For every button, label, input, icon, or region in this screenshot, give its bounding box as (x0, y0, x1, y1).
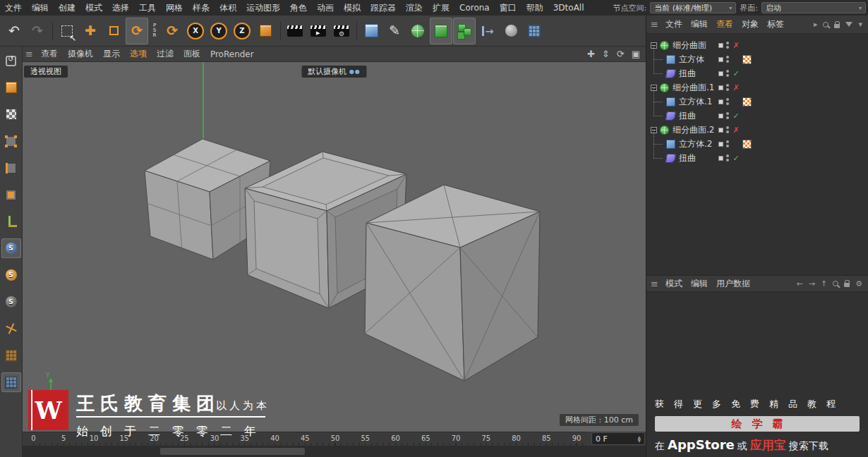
layer-swatch[interactable] (718, 156, 723, 161)
scrollbar-handle[interactable] (160, 448, 305, 455)
object-label[interactable]: 立方体.1 (679, 96, 712, 108)
rotate-tool-icon[interactable]: ⟳ (126, 18, 148, 44)
object-row[interactable]: 立方体 (646, 52, 868, 66)
lock-icon[interactable] (844, 283, 850, 287)
pen-spline-icon[interactable]: ✎ (383, 18, 406, 44)
visibility-dots[interactable] (726, 84, 729, 91)
object-label[interactable]: 扭曲 (679, 68, 696, 80)
frame-spinner[interactable]: ▲▼ (637, 435, 641, 442)
coordinate-system-icon[interactable]: ⟳ (161, 18, 183, 44)
menu-file[interactable]: 文件 (0, 2, 27, 14)
object-label[interactable]: 细分曲面.2 (673, 124, 714, 136)
axis-mode-icon[interactable] (1, 212, 21, 231)
viewport-canvas[interactable]: Y 透视视图 默认摄像机 ●● 网格间距 : 100 cm (23, 62, 646, 432)
chevron-down-icon[interactable]: ▾ (858, 20, 862, 29)
ad-button[interactable]: 绘学霸 (655, 416, 860, 432)
menu-simulate[interactable]: 模拟 (339, 2, 366, 14)
menu-extensions[interactable]: 扩展 (428, 2, 454, 14)
menu-3dtoall[interactable]: 3DtoAll (548, 3, 589, 13)
node-space-dropdown[interactable]: 当前 (标准/物理)▾ (650, 2, 736, 13)
camera-label[interactable]: 默认摄像机 ●● (301, 66, 367, 78)
object-label[interactable]: 立方体 (679, 54, 704, 66)
move-tool-icon[interactable]: ✚ (79, 18, 102, 44)
object-row[interactable]: 细分曲面 (646, 38, 868, 52)
menu-edit[interactable]: 编辑 (27, 2, 54, 14)
layer-swatch[interactable] (718, 57, 723, 62)
am-menu-userdata[interactable]: 用户数据 (712, 278, 754, 290)
vp-menu-view[interactable]: 查看 (36, 48, 63, 60)
filter-icon[interactable] (845, 22, 852, 27)
maximize-view-icon[interactable]: ▣ (632, 49, 640, 59)
zoom-view-icon[interactable]: ⇕ (602, 49, 610, 59)
menu-help[interactable]: 帮助 (522, 2, 548, 14)
object-row[interactable]: 扭曲 (646, 151, 868, 165)
menu-mode[interactable]: 模式 (80, 2, 107, 14)
menu-render[interactable]: 渲染 (401, 2, 428, 14)
live-selection-icon[interactable]: ↖ (56, 18, 78, 44)
menu-select[interactable]: 选择 (107, 2, 134, 14)
layer-swatch[interactable] (718, 85, 723, 90)
frame-number-field[interactable]: 0 F ▲▼ (591, 432, 645, 445)
search-icon[interactable] (833, 281, 838, 286)
visibility-dots[interactable] (726, 126, 729, 133)
object-row[interactable]: 立方体.1 (646, 95, 868, 109)
layer-swatch[interactable] (718, 43, 723, 48)
am-menu-edit[interactable]: 编辑 (687, 278, 712, 290)
undo-icon[interactable]: ↶ (3, 18, 25, 44)
redo-icon[interactable]: ↷ (26, 18, 49, 44)
point-mode-icon[interactable] (1, 131, 21, 151)
menu-character[interactable]: 角色 (285, 2, 312, 14)
grid-array-icon[interactable] (1, 346, 21, 365)
simulation-icon[interactable] (500, 18, 522, 44)
menu-corona[interactable]: Corona (454, 3, 495, 13)
axis-center-icon[interactable] (1, 319, 21, 339)
make-editable-icon[interactable] (1, 51, 21, 71)
scale-tool-icon[interactable] (102, 18, 125, 44)
enable-status-icon[interactable] (732, 154, 740, 163)
view-label[interactable]: 透视视图 (24, 66, 68, 78)
add-cube-primitive-icon[interactable] (360, 18, 382, 44)
texture-tag-icon[interactable] (743, 140, 751, 148)
y-axis-lock-icon[interactable]: Y (207, 18, 230, 44)
snap-modes-icon[interactable]: S (1, 265, 21, 285)
object-label[interactable]: 立方体.2 (679, 138, 712, 150)
render-view-icon[interactable] (284, 18, 306, 44)
model-mode-icon[interactable] (1, 78, 21, 97)
edge-mode-icon[interactable] (1, 158, 21, 178)
gear-icon[interactable]: ⚙ (855, 279, 862, 288)
back-arrow-icon[interactable]: ← (796, 279, 802, 288)
forward-arrow-icon[interactable]: ▸ (814, 20, 818, 29)
panel-menu-icon[interactable]: ≡ (25, 49, 33, 59)
visibility-dots[interactable] (726, 70, 729, 77)
menu-mograph[interactable]: 运动图形 (241, 2, 285, 14)
snap-settings-icon[interactable]: S (1, 292, 21, 312)
enable-status-icon[interactable] (732, 83, 740, 92)
object-row[interactable]: 细分曲面.2 (646, 123, 868, 137)
layer-swatch[interactable] (718, 99, 723, 104)
vp-menu-prorender[interactable]: ProRender (205, 49, 259, 59)
menu-tools[interactable]: 工具 (134, 2, 161, 14)
visibility-dots[interactable] (726, 98, 729, 105)
up-arrow-icon[interactable]: ↑ (821, 279, 827, 288)
object-label[interactable]: 扭曲 (679, 110, 696, 122)
om-menu-view[interactable]: 查看 (712, 18, 737, 30)
om-menu-edit[interactable]: 编辑 (687, 18, 712, 30)
om-menu-file[interactable]: 文件 (661, 18, 687, 30)
layer-swatch[interactable] (718, 128, 723, 133)
object-label[interactable]: 扭曲 (679, 152, 696, 164)
array-grid-icon[interactable] (523, 18, 545, 44)
menu-mesh[interactable]: 网格 (161, 2, 188, 14)
am-menu-mode[interactable]: 模式 (661, 278, 687, 290)
visibility-dots[interactable] (726, 112, 729, 119)
object-row[interactable]: 细分曲面.1 (646, 80, 868, 95)
visibility-dots[interactable] (726, 154, 729, 162)
z-axis-lock-icon[interactable]: Z (231, 18, 253, 44)
polygon-mode-icon[interactable] (1, 185, 21, 205)
object-row[interactable]: 扭曲 (646, 66, 868, 80)
layer-swatch[interactable] (718, 114, 723, 118)
psr-lock-icon[interactable]: PSR (149, 18, 160, 44)
horizontal-scrollbar[interactable] (23, 446, 646, 457)
texture-tag-icon[interactable] (743, 56, 751, 63)
lock-icon[interactable] (834, 24, 840, 28)
workplane-mode-icon[interactable] (254, 18, 277, 44)
